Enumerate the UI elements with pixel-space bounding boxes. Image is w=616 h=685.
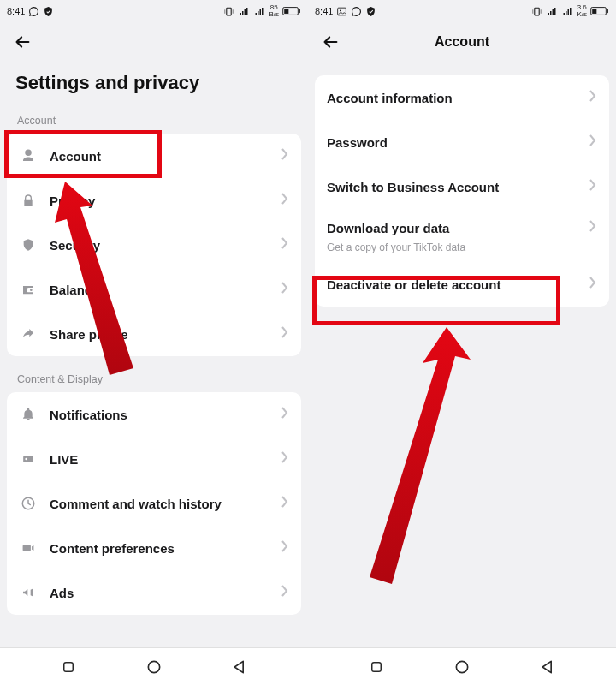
nav-recents-button[interactable] — [359, 650, 394, 684]
lock-icon — [19, 193, 38, 208]
battery-icon — [282, 6, 301, 16]
row-content-preferences[interactable]: Content preferences — [7, 526, 301, 570]
person-icon — [19, 148, 38, 164]
signal-1-icon — [546, 6, 558, 16]
chevron-right-icon — [281, 326, 289, 342]
shield-icon — [19, 237, 38, 253]
row-label: Switch to Business Account — [327, 180, 589, 194]
status-bar: 8:41 — [308, 0, 616, 22]
row-label: Password — [327, 135, 589, 150]
card-account-detail: Account information Password Switch to B… — [315, 75, 609, 307]
battery-icon — [590, 6, 609, 16]
row-label: Download your data — [327, 221, 589, 235]
chevron-right-icon — [281, 407, 289, 422]
chevron-right-icon — [589, 220, 597, 235]
nav-recents-button[interactable] — [51, 650, 86, 684]
signal-2-icon — [253, 6, 265, 16]
status-time: 8:41 — [315, 6, 333, 16]
svg-point-7 — [148, 661, 159, 672]
megaphone-icon — [19, 586, 38, 599]
page-title: Settings and privacy — [0, 62, 308, 106]
svg-point-10 — [340, 9, 341, 11]
content-scroll[interactable]: Account Account — [0, 106, 308, 647]
svg-rect-12 — [607, 9, 608, 13]
row-ads[interactable]: Ads — [7, 570, 301, 615]
chevron-right-icon — [589, 277, 597, 292]
signal-2-icon — [561, 6, 573, 16]
nav-home-button[interactable] — [137, 650, 171, 684]
svg-rect-2 — [284, 9, 288, 14]
row-balance[interactable]: Balance — [7, 267, 301, 312]
whatsapp-icon — [28, 6, 39, 17]
vibrate-icon — [223, 6, 234, 17]
card-content-display: Notifications LIVE — [7, 392, 301, 615]
screen-settings-and-privacy: 8:41 85B/s — [0, 0, 308, 685]
shield-check-icon — [365, 6, 376, 17]
chevron-right-icon — [589, 134, 597, 150]
row-live[interactable]: LIVE — [7, 437, 301, 481]
row-account[interactable]: Account — [7, 134, 301, 178]
row-label: Balance — [50, 283, 281, 297]
camera-icon — [19, 542, 38, 554]
vibrate-icon — [531, 6, 542, 17]
row-download-data[interactable]: Download your data — [315, 209, 609, 247]
row-deactivate-delete[interactable]: Deactivate or delete account — [315, 262, 609, 307]
row-label: Share profile — [50, 327, 281, 342]
chevron-right-icon — [281, 237, 289, 253]
system-nav-bar — [308, 647, 616, 685]
system-nav-bar — [0, 647, 308, 685]
row-label: Deactivate or delete account — [327, 277, 589, 292]
chevron-right-icon — [281, 193, 289, 208]
row-security[interactable]: Security — [7, 223, 301, 267]
chevron-right-icon — [281, 585, 289, 600]
row-label: Security — [50, 238, 281, 253]
shield-check-icon — [43, 6, 54, 17]
share-icon — [19, 327, 38, 341]
whatsapp-icon — [351, 6, 362, 17]
svg-rect-6 — [64, 662, 74, 671]
bell-icon — [19, 407, 38, 422]
wallet-icon — [19, 283, 38, 296]
data-speed-icon: 3.6K/s — [577, 4, 587, 18]
card-account: Account Privacy — [7, 134, 301, 356]
row-label: Privacy — [50, 194, 281, 208]
nav-back-button[interactable] — [222, 650, 257, 684]
row-label: Account — [50, 149, 281, 164]
row-label: Comment and watch history — [50, 497, 281, 511]
live-icon — [19, 453, 38, 465]
header — [0, 22, 308, 62]
header-title: Account — [308, 34, 616, 50]
chevron-right-icon — [281, 540, 289, 556]
row-password[interactable]: Password — [315, 120, 609, 164]
row-label: Ads — [50, 586, 281, 600]
section-label-account: Account — [7, 106, 301, 134]
svg-rect-14 — [372, 662, 382, 671]
content-scroll[interactable]: Account information Password Switch to B… — [308, 62, 616, 647]
svg-point-4 — [25, 458, 27, 461]
row-switch-business[interactable]: Switch to Business Account — [315, 164, 609, 209]
chevron-right-icon — [281, 451, 289, 467]
section-label-content-display: Content & Display — [7, 365, 301, 392]
row-label: Account information — [327, 91, 589, 105]
row-share-profile[interactable]: Share profile — [7, 312, 301, 356]
header: Account — [308, 22, 616, 62]
back-button[interactable] — [10, 30, 34, 54]
svg-rect-13 — [592, 9, 596, 14]
svg-rect-3 — [23, 456, 33, 462]
nav-home-button[interactable] — [445, 650, 479, 684]
chevron-right-icon — [281, 282, 289, 297]
chevron-right-icon — [589, 179, 597, 194]
row-label: LIVE — [50, 452, 281, 467]
row-notifications[interactable]: Notifications — [7, 392, 301, 437]
chevron-right-icon — [281, 148, 289, 164]
nav-back-button[interactable] — [530, 650, 565, 684]
row-account-information[interactable]: Account information — [315, 75, 609, 120]
row-privacy[interactable]: Privacy — [7, 178, 301, 223]
chevron-right-icon — [281, 496, 289, 511]
back-button[interactable] — [318, 30, 342, 54]
row-comment-watch-history[interactable]: Comment and watch history — [7, 481, 301, 526]
svg-point-15 — [456, 661, 467, 672]
row-label: Content preferences — [50, 541, 281, 556]
signal-1-icon — [238, 6, 250, 16]
image-icon — [336, 6, 347, 17]
